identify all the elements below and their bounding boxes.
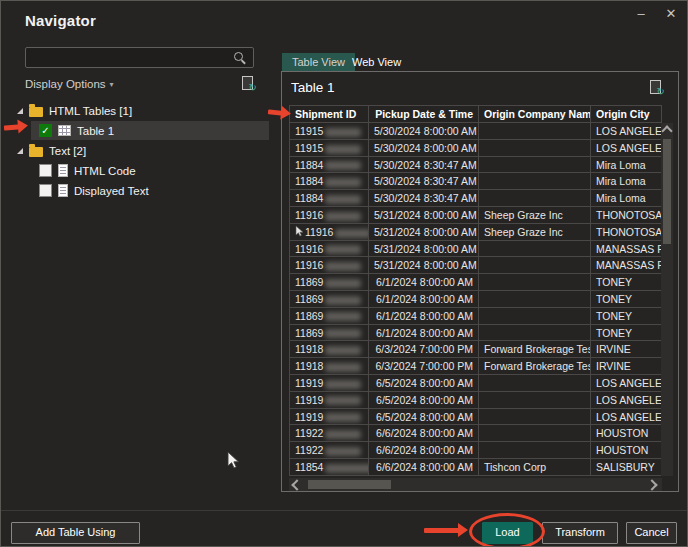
table-cell: 6/5/2024 8:00:00 AM — [369, 392, 479, 409]
table-row: 119226/6/2024 8:00:00 AMHOUSTON — [289, 442, 662, 459]
table-cell: TONEY — [591, 308, 662, 325]
expand-triangle-icon[interactable] — [17, 108, 23, 114]
refresh-icon[interactable]: ↻ — [241, 76, 256, 95]
checkbox-checked-icon[interactable]: ✓ — [39, 124, 52, 137]
vertical-scrollbar[interactable] — [661, 123, 673, 476]
horizontal-scroll-thumb[interactable] — [308, 480, 391, 489]
table-cell: SALISBURY — [591, 459, 662, 476]
table-cell: THONOTOSAS — [591, 224, 662, 241]
table-cell: 6/1/2024 8:00:00 AM — [369, 274, 479, 291]
expand-triangle-icon[interactable] — [17, 148, 23, 154]
table-cell: 5/31/2024 8:00:00 AM — [369, 207, 479, 224]
table-cell: Mira Loma — [591, 190, 662, 207]
scroll-left-icon[interactable] — [291, 479, 302, 490]
redacted-blur — [325, 145, 361, 154]
table-cell: 5/31/2024 8:00:00 AM — [369, 257, 479, 274]
checkbox-unchecked-icon[interactable] — [39, 184, 52, 197]
redacted-blur — [325, 195, 361, 204]
redacted-blur — [325, 279, 361, 288]
tree-item-displayed-text[interactable]: Displayed Text — [39, 181, 149, 200]
redacted-blur — [335, 229, 369, 238]
table-cell: LOS ANGELES — [591, 375, 662, 392]
table-cell: 5/30/2024 8:30:47 AM — [369, 157, 479, 174]
table-cell: IRVINE — [591, 341, 662, 358]
table-cell — [479, 140, 591, 157]
close-button[interactable]: ✕ — [659, 5, 683, 23]
table-cell: 5/30/2024 8:00:00 AM — [369, 140, 479, 157]
table-row: 118546/6/2024 8:00:00 AMTishcon CorpSALI… — [289, 459, 662, 476]
add-table-using-examples-button[interactable]: Add Table Using Examples — [11, 522, 140, 544]
annotation-ellipse-load — [469, 513, 545, 547]
table-icon — [58, 125, 71, 136]
preview-table-header: Shipment ID Pickup Date & Time Origin Co… — [289, 105, 662, 123]
cancel-button[interactable]: Cancel — [626, 522, 677, 544]
redacted-blur — [325, 128, 361, 137]
pointer-cursor-icon — [295, 225, 304, 241]
document-icon — [58, 184, 68, 197]
table-cell: LOS ANGELES — [591, 123, 662, 140]
tree-group-html-tables[interactable]: HTML Tables [1] — [17, 101, 132, 120]
minimize-button[interactable]: – — [629, 5, 653, 23]
table-cell: 6/1/2024 8:00:00 AM — [369, 291, 479, 308]
display-options-label: Display Options — [25, 78, 106, 90]
search-box[interactable] — [25, 47, 254, 68]
table-cell: HOUSTON — [591, 425, 662, 442]
table-cell: Mira Loma — [591, 173, 662, 190]
table-cell: 11919 — [289, 375, 369, 392]
table-cell — [479, 425, 591, 442]
tree-item-html-code[interactable]: HTML Code — [39, 161, 136, 180]
table-cell: Mira Loma — [591, 157, 662, 174]
vertical-scroll-thumb[interactable] — [663, 139, 671, 244]
tab-web-view[interactable]: Web View — [342, 53, 411, 72]
tree-group-text[interactable]: Text [2] — [17, 141, 86, 160]
table-cell: TONEY — [591, 291, 662, 308]
table-row: 119155/30/2024 8:00:00 AMLOS ANGELES — [289, 140, 662, 157]
redacted-blur — [325, 447, 361, 456]
column-header: Pickup Date & Time — [369, 105, 479, 123]
redacted-blur — [325, 380, 361, 389]
tree-item-table-1[interactable]: ✓ Table 1 — [31, 121, 269, 140]
table-cell: 5/30/2024 8:30:47 AM — [369, 173, 479, 190]
table-cell: 5/30/2024 8:00:00 AM — [369, 123, 479, 140]
table-cell — [479, 308, 591, 325]
table-row: 119186/3/2024 7:00:00 PMForward Brokerag… — [289, 341, 662, 358]
horizontal-scrollbar[interactable] — [289, 478, 662, 491]
display-options-dropdown[interactable]: Display Options▾ — [25, 78, 114, 90]
refresh-preview-icon[interactable]: ↻ — [649, 80, 664, 99]
column-header: Shipment ID — [289, 105, 369, 123]
table-row: 118696/1/2024 8:00:00 AMTONEY — [289, 291, 662, 308]
table-cell: 11918 — [289, 358, 369, 375]
checkbox-unchecked-icon[interactable] — [39, 164, 52, 177]
table-cell: 5/31/2024 8:00:00 AM — [369, 241, 479, 258]
table-cell: 6/1/2024 8:00:00 AM — [369, 325, 479, 342]
tree-item-label: Table 1 — [77, 125, 114, 137]
table-row: 119165/31/2024 8:00:00 AMMANASSAS PA — [289, 241, 662, 258]
scroll-right-icon[interactable] — [646, 479, 657, 490]
table-cell: MANASSAS PA — [591, 241, 662, 258]
scroll-up-icon[interactable] — [661, 125, 672, 136]
table-cell: 6/3/2024 7:00:00 PM — [369, 358, 479, 375]
redacted-blur — [325, 413, 361, 422]
tree-item-label: HTML Code — [74, 165, 136, 177]
table-cell: TONEY — [591, 274, 662, 291]
table-cell: 6/1/2024 8:00:00 AM — [369, 308, 479, 325]
table-row: 119155/30/2024 8:00:00 AMLOS ANGELES — [289, 123, 662, 140]
table-cell — [479, 442, 591, 459]
table-cell: Tishcon Corp — [479, 459, 591, 476]
table-cell — [479, 241, 591, 258]
table-cell — [479, 375, 591, 392]
table-cell: THONOTOSAS — [591, 207, 662, 224]
table-cell: Forward Brokerage Test — [479, 341, 591, 358]
preview-table-rows: 119155/30/2024 8:00:00 AMLOS ANGELES1191… — [289, 123, 662, 476]
table-cell: 11915 — [289, 123, 369, 140]
table-cell: 11916 — [289, 241, 369, 258]
table-cell — [479, 409, 591, 426]
tree-group-label: Text [2] — [49, 145, 86, 157]
column-header: Origin City — [591, 105, 662, 123]
table-cell: 5/31/2024 8:00:00 AM — [369, 224, 479, 241]
table-row: 119165/31/2024 8:00:00 AMSheep Graze Inc… — [289, 207, 662, 224]
redacted-blur — [325, 296, 361, 305]
search-icon[interactable] — [234, 52, 243, 61]
transform-data-button[interactable]: Transform Data — [542, 522, 618, 544]
search-input[interactable] — [30, 49, 229, 68]
